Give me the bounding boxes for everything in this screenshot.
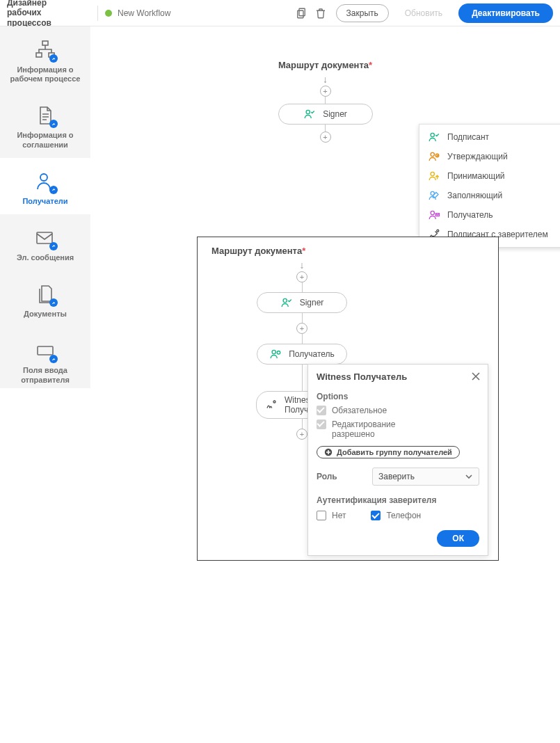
arrow-down-icon: ↓ (323, 74, 328, 84)
agreement-info-icon (34, 104, 56, 127)
svg-point-8 (306, 110, 310, 113)
node-recipient[interactable]: Получатель (257, 344, 347, 365)
ok-button[interactable]: ОК (437, 530, 479, 547)
app-title: Дизайнер рабочих процессов (0, 0, 90, 28)
close-icon[interactable] (471, 372, 481, 384)
menu-item-form-filler[interactable]: Заполняющий (419, 186, 560, 205)
sidebar: Информация о рабочем процессе Информация… (0, 26, 90, 388)
svg-point-19 (277, 351, 280, 355)
close-button[interactable]: Закрыть (336, 4, 389, 22)
sidebar-item-label: Эл. сообщения (17, 253, 74, 262)
add-node-button[interactable]: + (296, 429, 307, 440)
menu-item-approver[interactable]: Утверждающий (419, 147, 560, 166)
trash-icon[interactable] (311, 3, 330, 23)
sidebar-item-sender-fields[interactable]: Поля ввода отправителя (0, 327, 90, 392)
connector (325, 97, 326, 104)
documents-icon (34, 283, 56, 305)
connector (302, 334, 303, 344)
sender-fields-icon (34, 339, 56, 362)
node-signer[interactable]: Signer (257, 292, 347, 313)
options-header: Options (317, 392, 479, 401)
status-dot-icon (105, 10, 112, 17)
copy-icon[interactable] (291, 3, 311, 23)
checkbox-disabled-icon (317, 420, 326, 429)
option-required: Обязательное (317, 406, 479, 415)
sidebar-item-documents[interactable]: Документы (0, 271, 90, 327)
add-node-button[interactable]: + (296, 323, 307, 334)
svg-rect-6 (37, 232, 52, 243)
svg-rect-3 (36, 53, 42, 57)
sidebar-item-label: Информация о соглашении (4, 131, 86, 149)
flow-canvas-secondary: Маршрут документа* ↓ + Signer + Получате… (197, 237, 499, 561)
option-editable: Редактирование разрешено (317, 420, 479, 439)
svg-rect-0 (299, 8, 305, 16)
svg-point-9 (431, 133, 434, 136)
refresh-button: Обновить (394, 4, 453, 22)
sidebar-item-recipients[interactable]: Получатели (0, 158, 90, 214)
menu-item-acceptor[interactable]: Принимающий (419, 166, 560, 186)
workflow-info-icon (34, 39, 56, 61)
chevron-down-icon (465, 472, 473, 481)
menu-item-recipient[interactable]: Получатель (419, 205, 560, 225)
connector (302, 282, 303, 292)
node-label: Получатель (289, 349, 335, 359)
svg-point-18 (272, 350, 275, 353)
svg-point-5 (40, 174, 47, 181)
role-label: Роль (317, 472, 364, 481)
connector (302, 419, 303, 429)
flow-canvas-primary: Маршрут документа* ↓ + Signer + Подписан… (90, 26, 560, 235)
svg-rect-2 (42, 41, 48, 45)
add-recipient-group-button[interactable]: Добавить группу получателей (317, 446, 460, 458)
emails-icon (34, 227, 56, 249)
sidebar-item-label: Поля ввода отправителя (4, 366, 86, 384)
add-node-button[interactable]: + (320, 131, 331, 143)
connector (302, 365, 303, 391)
auth-none-checkbox[interactable] (317, 511, 326, 520)
sidebar-item-label: Получатели (22, 197, 67, 206)
workflow-name[interactable]: New Workflow (118, 8, 170, 18)
svg-point-20 (273, 401, 275, 403)
topbar: Дизайнер рабочих процессов New Workflow … (0, 0, 560, 26)
svg-point-17 (283, 298, 287, 302)
svg-rect-1 (297, 10, 303, 18)
auth-none-label: Нет (332, 511, 346, 520)
checkbox-disabled-icon (317, 406, 326, 415)
flow-title: Маршрут документа* (90, 60, 560, 70)
svg-point-14 (431, 211, 434, 214)
role-type-menu: Подписант Утверждающий Принимающий Запол… (419, 124, 560, 248)
deactivate-button[interactable]: Деактивировать (458, 3, 553, 23)
recipients-icon (34, 170, 56, 193)
add-node-button[interactable]: + (296, 271, 307, 282)
node-label: Signer (300, 298, 324, 307)
recipient-properties-panel: Witness Получатель Options Обязательное … (307, 364, 488, 556)
node-signer[interactable]: Signer (278, 104, 373, 125)
connector (325, 125, 326, 131)
connector (302, 313, 303, 323)
svg-point-16 (437, 230, 439, 232)
auth-header: Аутентификация заверителя (317, 495, 479, 505)
auth-phone-checkbox[interactable] (371, 511, 381, 520)
properties-title: Witness Получатель (317, 372, 479, 382)
svg-rect-7 (38, 346, 53, 355)
role-select[interactable]: Заверить (372, 468, 479, 486)
arrow-down-icon: ↓ (300, 260, 305, 270)
svg-point-12 (431, 172, 434, 175)
sidebar-item-label: Документы (24, 310, 67, 319)
auth-phone-label: Телефон (386, 511, 421, 520)
sidebar-item-workflow-info[interactable]: Информация о рабочем процессе (0, 26, 90, 92)
flow-title: Маршрут документа* (211, 246, 498, 256)
divider (97, 6, 98, 21)
svg-point-10 (431, 152, 434, 156)
add-node-button[interactable]: + (320, 86, 331, 97)
sidebar-item-agreement-info[interactable]: Информация о соглашении (0, 92, 90, 157)
menu-item-signer[interactable]: Подписант (419, 127, 560, 147)
node-label: Signer (323, 109, 347, 119)
sidebar-item-label: Информация о рабочем процессе (4, 65, 86, 83)
sidebar-item-emails[interactable]: Эл. сообщения (0, 214, 90, 271)
